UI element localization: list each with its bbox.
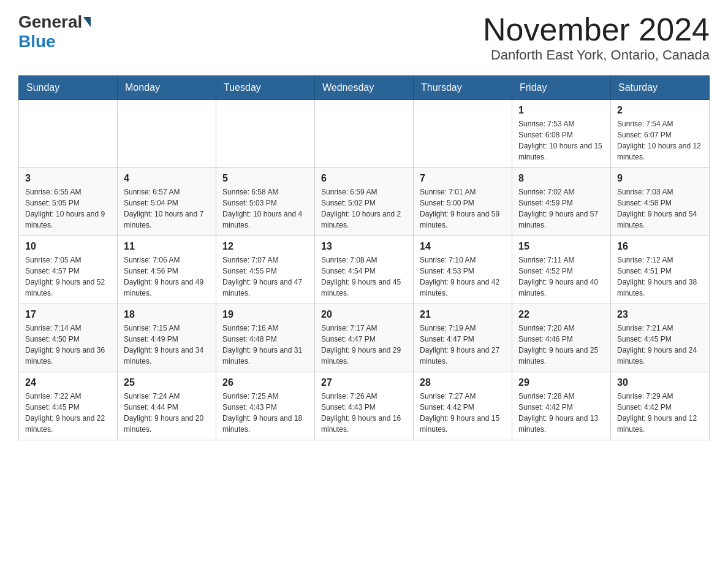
day-number: 6 xyxy=(321,173,407,184)
calendar-cell: 23Sunrise: 7:21 AMSunset: 4:45 PMDayligh… xyxy=(611,304,710,372)
week-row: 1Sunrise: 7:53 AMSunset: 6:08 PMDaylight… xyxy=(19,100,710,168)
calendar-cell: 4Sunrise: 6:57 AMSunset: 5:04 PMDaylight… xyxy=(118,168,216,236)
day-info: Sunrise: 7:19 AMSunset: 4:47 PMDaylight:… xyxy=(420,323,506,367)
calendar-cell: 20Sunrise: 7:17 AMSunset: 4:47 PMDayligh… xyxy=(315,304,414,372)
day-number: 29 xyxy=(518,377,604,388)
day-info: Sunrise: 7:14 AMSunset: 4:50 PMDaylight:… xyxy=(25,323,111,367)
day-info: Sunrise: 7:08 AMSunset: 4:54 PMDaylight:… xyxy=(321,255,407,299)
day-number: 21 xyxy=(420,309,506,320)
calendar-cell: 2Sunrise: 7:54 AMSunset: 6:07 PMDaylight… xyxy=(611,100,710,168)
day-info: Sunrise: 7:16 AMSunset: 4:48 PMDaylight:… xyxy=(222,323,308,367)
day-number: 4 xyxy=(124,173,210,184)
calendar-cell: 26Sunrise: 7:25 AMSunset: 4:43 PMDayligh… xyxy=(216,372,315,440)
calendar-cell: 13Sunrise: 7:08 AMSunset: 4:54 PMDayligh… xyxy=(315,236,414,304)
day-info: Sunrise: 7:21 AMSunset: 4:45 PMDaylight:… xyxy=(617,323,703,367)
calendar-cell: 12Sunrise: 7:07 AMSunset: 4:55 PMDayligh… xyxy=(216,236,315,304)
calendar-cell: 3Sunrise: 6:55 AMSunset: 5:05 PMDaylight… xyxy=(19,168,118,236)
calendar-cell: 19Sunrise: 7:16 AMSunset: 4:48 PMDayligh… xyxy=(216,304,315,372)
week-row: 10Sunrise: 7:05 AMSunset: 4:57 PMDayligh… xyxy=(19,236,710,304)
location-subtitle: Danforth East York, Ontario, Canada xyxy=(483,47,710,63)
calendar-cell: 5Sunrise: 6:58 AMSunset: 5:03 PMDaylight… xyxy=(216,168,315,236)
column-header-tuesday: Tuesday xyxy=(216,76,315,100)
day-number: 7 xyxy=(420,173,506,184)
calendar-cell: 29Sunrise: 7:28 AMSunset: 4:42 PMDayligh… xyxy=(512,372,611,440)
day-info: Sunrise: 6:58 AMSunset: 5:03 PMDaylight:… xyxy=(222,186,308,231)
week-row: 24Sunrise: 7:22 AMSunset: 4:45 PMDayligh… xyxy=(19,372,710,440)
calendar-cell: 10Sunrise: 7:05 AMSunset: 4:57 PMDayligh… xyxy=(19,236,118,304)
column-header-saturday: Saturday xyxy=(611,76,710,100)
calendar-cell: 24Sunrise: 7:22 AMSunset: 4:45 PMDayligh… xyxy=(19,372,118,440)
day-number: 3 xyxy=(25,173,111,184)
day-info: Sunrise: 7:54 AMSunset: 6:07 PMDaylight:… xyxy=(617,118,703,163)
calendar-cell xyxy=(118,100,216,168)
day-number: 12 xyxy=(222,241,308,252)
day-info: Sunrise: 7:15 AMSunset: 4:49 PMDaylight:… xyxy=(124,323,210,367)
day-number: 5 xyxy=(222,173,308,184)
calendar-cell: 15Sunrise: 7:11 AMSunset: 4:52 PMDayligh… xyxy=(512,236,611,304)
calendar-cell: 9Sunrise: 7:03 AMSunset: 4:58 PMDaylight… xyxy=(611,168,710,236)
day-info: Sunrise: 7:17 AMSunset: 4:47 PMDaylight:… xyxy=(321,323,407,367)
day-number: 30 xyxy=(617,377,703,388)
calendar-cell: 22Sunrise: 7:20 AMSunset: 4:46 PMDayligh… xyxy=(512,304,611,372)
day-info: Sunrise: 7:07 AMSunset: 4:55 PMDaylight:… xyxy=(222,255,308,299)
day-info: Sunrise: 7:26 AMSunset: 4:43 PMDaylight:… xyxy=(321,391,407,435)
day-number: 1 xyxy=(518,105,604,116)
calendar-header-row: SundayMondayTuesdayWednesdayThursdayFrid… xyxy=(19,76,710,100)
calendar-cell: 7Sunrise: 7:01 AMSunset: 5:00 PMDaylight… xyxy=(414,168,512,236)
day-info: Sunrise: 7:22 AMSunset: 4:45 PMDaylight:… xyxy=(25,391,111,435)
month-title: November 2024 xyxy=(483,12,710,47)
calendar-cell: 18Sunrise: 7:15 AMSunset: 4:49 PMDayligh… xyxy=(118,304,216,372)
day-number: 13 xyxy=(321,241,407,252)
calendar-cell: 30Sunrise: 7:29 AMSunset: 4:42 PMDayligh… xyxy=(611,372,710,440)
calendar-table: SundayMondayTuesdayWednesdayThursdayFrid… xyxy=(18,75,710,440)
day-number: 19 xyxy=(222,309,308,320)
calendar-cell: 16Sunrise: 7:12 AMSunset: 4:51 PMDayligh… xyxy=(611,236,710,304)
calendar-cell: 25Sunrise: 7:24 AMSunset: 4:44 PMDayligh… xyxy=(118,372,216,440)
calendar-cell: 11Sunrise: 7:06 AMSunset: 4:56 PMDayligh… xyxy=(118,236,216,304)
calendar-cell xyxy=(414,100,512,168)
calendar-cell: 14Sunrise: 7:10 AMSunset: 4:53 PMDayligh… xyxy=(414,236,512,304)
day-info: Sunrise: 7:06 AMSunset: 4:56 PMDaylight:… xyxy=(124,255,210,299)
calendar-cell xyxy=(216,100,315,168)
day-number: 10 xyxy=(25,241,111,252)
day-info: Sunrise: 7:01 AMSunset: 5:00 PMDaylight:… xyxy=(420,186,506,231)
calendar-cell: 1Sunrise: 7:53 AMSunset: 6:08 PMDaylight… xyxy=(512,100,611,168)
day-number: 27 xyxy=(321,377,407,388)
day-info: Sunrise: 7:20 AMSunset: 4:46 PMDaylight:… xyxy=(518,323,604,367)
logo-general-text: General xyxy=(18,12,82,32)
page-header: General Blue November 2024 Danforth East… xyxy=(18,12,710,63)
day-info: Sunrise: 6:57 AMSunset: 5:04 PMDaylight:… xyxy=(124,186,210,231)
day-number: 24 xyxy=(25,377,111,388)
calendar-cell: 27Sunrise: 7:26 AMSunset: 4:43 PMDayligh… xyxy=(315,372,414,440)
logo: General Blue xyxy=(18,12,92,52)
day-number: 18 xyxy=(124,309,210,320)
day-number: 22 xyxy=(518,309,604,320)
calendar-cell xyxy=(315,100,414,168)
day-number: 9 xyxy=(617,173,703,184)
day-info: Sunrise: 6:59 AMSunset: 5:02 PMDaylight:… xyxy=(321,186,407,231)
day-number: 14 xyxy=(420,241,506,252)
day-number: 11 xyxy=(124,241,210,252)
calendar-cell: 21Sunrise: 7:19 AMSunset: 4:47 PMDayligh… xyxy=(414,304,512,372)
logo-blue-text: Blue xyxy=(18,32,56,51)
day-info: Sunrise: 7:02 AMSunset: 4:59 PMDaylight:… xyxy=(518,186,604,231)
calendar-cell: 28Sunrise: 7:27 AMSunset: 4:42 PMDayligh… xyxy=(414,372,512,440)
day-info: Sunrise: 7:11 AMSunset: 4:52 PMDaylight:… xyxy=(518,255,604,299)
title-block: November 2024 Danforth East York, Ontari… xyxy=(483,12,710,63)
day-info: Sunrise: 7:12 AMSunset: 4:51 PMDaylight:… xyxy=(617,255,703,299)
day-number: 2 xyxy=(617,105,703,116)
calendar-cell: 6Sunrise: 6:59 AMSunset: 5:02 PMDaylight… xyxy=(315,168,414,236)
column-header-thursday: Thursday xyxy=(414,76,512,100)
day-info: Sunrise: 7:28 AMSunset: 4:42 PMDaylight:… xyxy=(518,391,604,435)
day-number: 28 xyxy=(420,377,506,388)
day-number: 16 xyxy=(617,241,703,252)
calendar-cell: 8Sunrise: 7:02 AMSunset: 4:59 PMDaylight… xyxy=(512,168,611,236)
day-number: 26 xyxy=(222,377,308,388)
day-info: Sunrise: 7:29 AMSunset: 4:42 PMDaylight:… xyxy=(617,391,703,435)
column-header-friday: Friday xyxy=(512,76,611,100)
day-number: 8 xyxy=(518,173,604,184)
week-row: 17Sunrise: 7:14 AMSunset: 4:50 PMDayligh… xyxy=(19,304,710,372)
column-header-sunday: Sunday xyxy=(19,76,118,100)
day-info: Sunrise: 7:03 AMSunset: 4:58 PMDaylight:… xyxy=(617,186,703,231)
day-number: 15 xyxy=(518,241,604,252)
